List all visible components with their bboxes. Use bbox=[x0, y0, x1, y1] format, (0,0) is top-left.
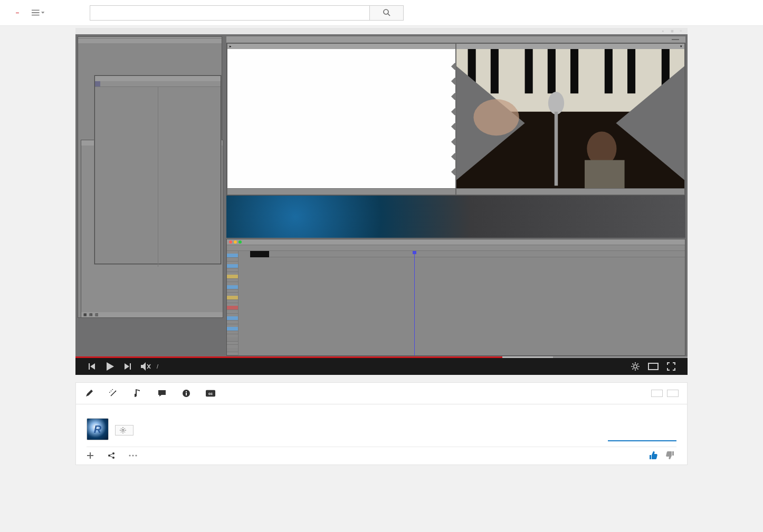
pencil-icon bbox=[85, 389, 93, 398]
sys-icon: ◼ bbox=[671, 29, 675, 34]
svg-rect-14 bbox=[555, 112, 558, 186]
fullscreen-icon bbox=[667, 362, 675, 371]
stage: ● ◼ ≡ ▦▤▥ bbox=[75, 28, 688, 465]
speech-bubble-icon bbox=[158, 390, 166, 397]
edit-info-button[interactable] bbox=[84, 389, 94, 398]
composer-header bbox=[226, 36, 685, 43]
composer-window: ▸ ▾ bbox=[226, 43, 685, 196]
timeline-left-buttons[interactable] bbox=[227, 251, 239, 355]
view-count bbox=[608, 438, 676, 441]
channel-avatar[interactable] bbox=[87, 418, 109, 440]
search-input[interactable] bbox=[90, 5, 370, 21]
search-form bbox=[90, 5, 404, 21]
timeline-toolbar[interactable] bbox=[227, 245, 685, 251]
next-button[interactable] bbox=[119, 358, 137, 375]
skip-next-icon bbox=[123, 362, 132, 371]
dislike-button[interactable] bbox=[666, 451, 676, 459]
record-frame bbox=[456, 49, 684, 188]
fx-tab-video[interactable] bbox=[95, 81, 100, 86]
effect-palette bbox=[94, 75, 221, 264]
svg-point-29 bbox=[112, 457, 115, 459]
avid-workspace: ▦▤▥ bbox=[75, 34, 688, 358]
like-button[interactable] bbox=[649, 451, 660, 459]
svg-point-0 bbox=[384, 9, 388, 14]
magic-wand-icon bbox=[109, 389, 118, 398]
fullscreen-button[interactable] bbox=[662, 358, 680, 375]
analytics-button[interactable] bbox=[651, 390, 663, 397]
sys-icon: ≡ bbox=[680, 29, 684, 34]
cc-icon: cc bbox=[206, 390, 215, 397]
svg-point-20 bbox=[115, 391, 116, 392]
video-player[interactable]: ● ◼ ≡ ▦▤▥ bbox=[75, 28, 688, 375]
video-meta bbox=[75, 404, 688, 465]
svg-point-32 bbox=[135, 454, 137, 456]
owner-row bbox=[87, 418, 676, 440]
svg-point-30 bbox=[129, 454, 130, 456]
fx-tab-audio[interactable] bbox=[100, 81, 106, 86]
search-icon bbox=[383, 9, 390, 16]
play-button[interactable] bbox=[101, 358, 119, 375]
guide-menu-button[interactable] bbox=[32, 6, 44, 19]
source-monitor[interactable]: ▸ bbox=[227, 43, 456, 195]
brand-watermark bbox=[226, 196, 685, 238]
channel-settings-button[interactable] bbox=[115, 425, 133, 436]
annotations-button[interactable] bbox=[157, 389, 167, 398]
svg-point-26 bbox=[122, 429, 124, 431]
mac-menubar: ● ◼ ≡ bbox=[75, 28, 688, 34]
play-icon bbox=[104, 361, 115, 372]
settings-button[interactable] bbox=[626, 358, 644, 375]
bin-footer: ▦▤▥ bbox=[81, 312, 223, 317]
info-circle-icon bbox=[182, 389, 190, 398]
enhancements-button[interactable] bbox=[109, 389, 118, 398]
effect-palette-title bbox=[95, 76, 221, 81]
svg-rect-19 bbox=[648, 363, 658, 370]
svg-point-28 bbox=[112, 452, 115, 454]
mute-button[interactable] bbox=[137, 358, 155, 375]
music-note-icon bbox=[135, 389, 141, 398]
thumb-up-icon bbox=[649, 451, 657, 459]
hamburger-icon bbox=[32, 9, 40, 16]
svg-text:cc: cc bbox=[208, 391, 213, 396]
creator-action-bar: cc bbox=[75, 382, 688, 404]
masthead bbox=[0, 0, 763, 26]
svg-point-31 bbox=[132, 454, 133, 456]
captions-button[interactable]: cc bbox=[206, 389, 215, 398]
timeline-playhead[interactable] bbox=[414, 251, 415, 355]
volume-muted-icon bbox=[140, 362, 151, 371]
more-button[interactable] bbox=[129, 454, 140, 457]
logo-tube bbox=[16, 13, 19, 13]
project-body bbox=[78, 38, 222, 43]
share-button[interactable] bbox=[108, 452, 118, 459]
share-icon bbox=[108, 452, 115, 459]
fx-effects[interactable] bbox=[158, 87, 221, 267]
youtube-logo[interactable] bbox=[15, 13, 19, 13]
add-to-button[interactable] bbox=[87, 452, 97, 459]
theater-mode-button[interactable] bbox=[644, 358, 662, 375]
svg-rect-6 bbox=[548, 49, 556, 93]
svg-point-18 bbox=[634, 365, 637, 368]
fx-categories[interactable] bbox=[95, 87, 158, 267]
video-manager-button[interactable] bbox=[667, 390, 679, 397]
svg-rect-23 bbox=[186, 391, 187, 392]
chevron-down-icon bbox=[41, 12, 44, 14]
gear-icon bbox=[631, 362, 640, 371]
svg-rect-8 bbox=[605, 49, 613, 93]
thumb-down-icon bbox=[666, 451, 674, 459]
svg-point-17 bbox=[473, 99, 519, 136]
svg-rect-4 bbox=[491, 49, 499, 93]
svg-rect-9 bbox=[627, 49, 635, 93]
prev-button[interactable] bbox=[83, 358, 101, 375]
more-icon bbox=[129, 454, 137, 457]
record-monitor[interactable]: ▾ bbox=[456, 43, 685, 195]
timeline-ruler[interactable] bbox=[269, 251, 685, 257]
secondary-actions bbox=[87, 447, 676, 459]
svg-rect-5 bbox=[525, 49, 533, 93]
theater-icon bbox=[648, 363, 659, 370]
timeline-window bbox=[226, 239, 685, 356]
svg-rect-16 bbox=[585, 160, 625, 188]
audio-button[interactable] bbox=[133, 389, 142, 398]
search-button[interactable] bbox=[370, 5, 404, 21]
plus-icon bbox=[87, 452, 94, 459]
svg-rect-22 bbox=[186, 393, 187, 395]
cards-button[interactable] bbox=[182, 389, 191, 398]
